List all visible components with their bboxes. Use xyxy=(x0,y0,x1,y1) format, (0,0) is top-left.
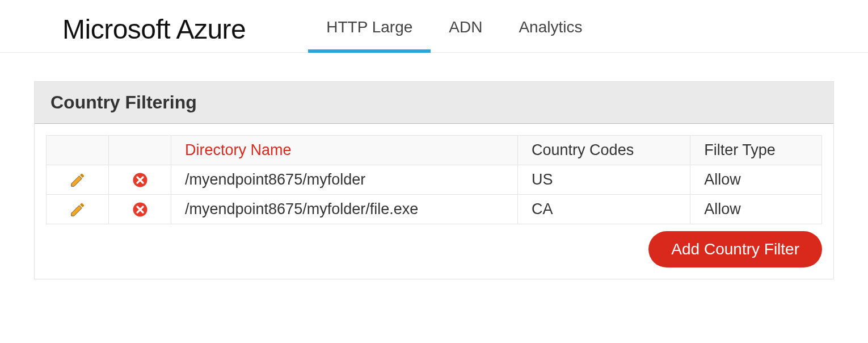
column-header-delete xyxy=(109,136,171,165)
table-row: /myendpoint8675/myfolder US Allow xyxy=(47,165,822,195)
tab-analytics[interactable]: Analytics xyxy=(500,11,600,47)
tab-http-large[interactable]: HTTP Large xyxy=(308,11,431,47)
panel-title: Country Filtering xyxy=(35,82,833,124)
table-header-row: Directory Name Country Codes Filter Type xyxy=(47,136,822,165)
cell-country-codes: US xyxy=(518,165,690,195)
page-header: Microsoft Azure HTTP Large ADN Analytics xyxy=(0,0,868,53)
cell-directory-name: /myendpoint8675/myfolder/file.exe xyxy=(171,195,518,224)
cell-directory-name: /myendpoint8675/myfolder xyxy=(171,165,518,195)
delete-icon[interactable] xyxy=(132,200,149,219)
delete-icon[interactable] xyxy=(132,171,149,189)
pencil-icon[interactable] xyxy=(69,171,86,189)
cell-filter-type: Allow xyxy=(690,195,822,224)
column-header-directory-name[interactable]: Directory Name xyxy=(171,136,518,165)
country-filter-table: Directory Name Country Codes Filter Type xyxy=(46,135,822,224)
column-header-edit xyxy=(47,136,109,165)
cell-filter-type: Allow xyxy=(690,165,822,195)
add-country-filter-button[interactable]: Add Country Filter xyxy=(648,231,822,267)
tab-bar: HTTP Large ADN Analytics xyxy=(308,11,600,47)
table-row: /myendpoint8675/myfolder/file.exe CA All… xyxy=(47,195,822,224)
panel-body: Directory Name Country Codes Filter Type xyxy=(35,124,833,279)
column-header-filter-type[interactable]: Filter Type xyxy=(690,136,822,165)
pencil-icon[interactable] xyxy=(69,200,86,219)
cell-country-codes: CA xyxy=(518,195,690,224)
column-header-country-codes[interactable]: Country Codes xyxy=(518,136,690,165)
logo-text: Microsoft Azure xyxy=(62,14,246,45)
country-filtering-panel: Country Filtering Directory Name Country… xyxy=(34,81,834,279)
tab-adn[interactable]: ADN xyxy=(431,11,500,47)
